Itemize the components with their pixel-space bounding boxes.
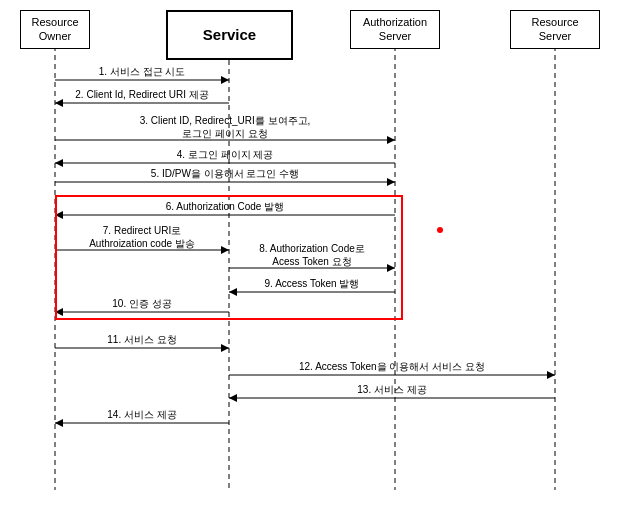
svg-marker-41 [547,371,555,379]
svg-marker-11 [387,136,395,144]
svg-marker-15 [55,159,63,167]
actor-auth-server: AuthorizationServer [350,10,440,49]
actor-resource-server: ResourceServer [510,10,600,49]
svg-marker-47 [55,419,63,427]
actor-service: Service [166,10,293,60]
svg-text:로그인 페이지 요청: 로그인 페이지 요청 [182,128,268,139]
highlight-box [55,195,403,320]
svg-text:4. 로그인 페이지 제공: 4. 로그인 페이지 제공 [177,149,274,160]
svg-text:2. Client Id, Redirect URI 제공: 2. Client Id, Redirect URI 제공 [75,89,208,100]
svg-text:5. ID/PW을 이용해서 로그인 수행: 5. ID/PW을 이용해서 로그인 수행 [151,168,299,179]
svg-marker-8 [55,99,63,107]
svg-text:12. Access Token을 이용해서 서비스 요청: 12. Access Token을 이용해서 서비스 요청 [299,361,485,372]
sequence-diagram: 1. 서비스 접근 시도2. Client Id, Redirect URI 제… [0,0,631,522]
actor-resource-owner: ResourceOwner [20,10,90,49]
svg-text:11. 서비스 요청: 11. 서비스 요청 [107,334,176,345]
svg-marker-18 [387,178,395,186]
svg-marker-5 [221,76,229,84]
svg-marker-44 [229,394,237,402]
svg-text:13. 서비스 제공: 13. 서비스 제공 [357,384,426,395]
svg-marker-38 [221,344,229,352]
svg-text:1. 서비스 접근 시도: 1. 서비스 접근 시도 [99,66,186,77]
svg-text:14. 서비스 제공: 14. 서비스 제공 [107,409,176,420]
red-dot [437,227,443,233]
svg-text:3. Client ID, Redirect_URI를 보여: 3. Client ID, Redirect_URI를 보여주고, [140,115,311,126]
